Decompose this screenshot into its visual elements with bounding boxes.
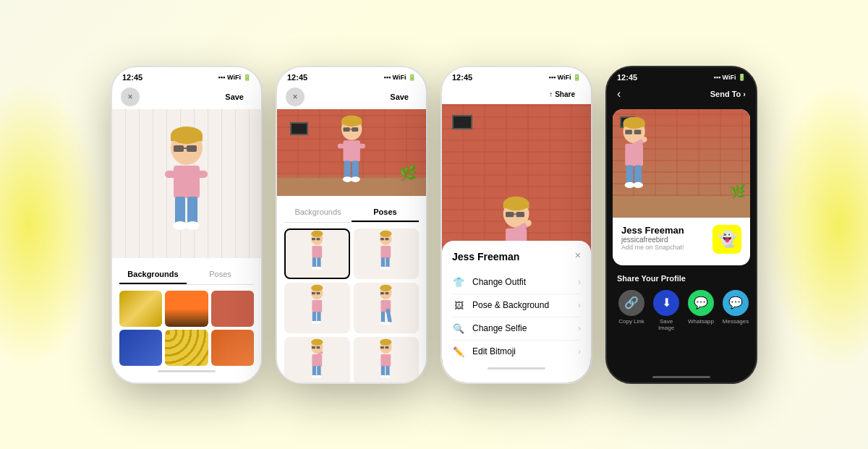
svg-point-54 <box>316 321 321 324</box>
svg-rect-19 <box>343 140 359 161</box>
avatar-area-1 <box>112 109 261 258</box>
tab-poses-2[interactable]: Poses <box>352 203 419 222</box>
home-indicator-1 <box>158 370 216 372</box>
menu-change-outfit[interactable]: 👕 Change Outfit › <box>452 271 581 294</box>
pose-4[interactable] <box>354 283 420 333</box>
phone-2-screen: 12:45 ▪▪▪ WiFi 🔋 × Save 🌿 <box>277 67 426 382</box>
phone-1: 12:45 ▪▪▪ WiFi 🔋 × Save <box>111 66 263 384</box>
profile-info: Jess Freeman jessicafreebird Add me on S… <box>613 218 750 257</box>
share-sheet: × Jess Freeman 👕 Change Outfit › 🖼 Pose … <box>442 241 591 382</box>
back-button[interactable]: ‹ <box>617 87 621 101</box>
thumb-dock[interactable] <box>165 291 208 327</box>
bitmoji-avatar-1 <box>156 126 218 241</box>
svg-rect-80 <box>386 366 390 376</box>
share-save-image[interactable]: ⬇ Save Image <box>652 290 681 331</box>
pose-svg-3 <box>305 284 330 331</box>
svg-rect-20 <box>337 144 346 148</box>
svg-rect-32 <box>317 257 320 268</box>
share-sheet-close[interactable]: × <box>575 249 581 261</box>
thumb-gold[interactable] <box>119 291 162 327</box>
svg-rect-4 <box>187 145 197 152</box>
svg-rect-66 <box>312 346 315 348</box>
tab-backgrounds-2[interactable]: Backgrounds <box>284 203 352 222</box>
tabs-2: Backgrounds Poses <box>284 203 419 223</box>
profile-text: Jess Freeman jessicafreebird Add me on S… <box>621 225 684 251</box>
svg-rect-85 <box>503 204 529 209</box>
save-image-icon: ⬇ <box>653 290 679 316</box>
svg-rect-70 <box>312 366 316 376</box>
share-icons-row: 🔗 Copy Link ⬇ Save Image 💬 Whatsapp 💬 Me… <box>617 290 746 331</box>
pose-5[interactable] <box>284 337 350 382</box>
outfit-icon: 👕 <box>452 277 465 288</box>
share-messages[interactable]: 💬 Messages <box>721 290 750 331</box>
share-sheet-title: Jess Freeman <box>452 251 581 262</box>
pose-svg-5 <box>305 338 330 382</box>
share-profile-title: Share Your Profile <box>617 274 746 283</box>
profile-add-text: Add me on Snapchat! <box>621 244 684 251</box>
svg-rect-77 <box>386 346 389 348</box>
svg-rect-22 <box>344 161 350 179</box>
svg-rect-30 <box>312 246 322 258</box>
backgrounds-grid-1 <box>119 291 254 366</box>
svg-rect-28 <box>312 238 315 240</box>
pose-svg-6 <box>373 338 399 382</box>
send-to-button[interactable]: Send To › <box>710 90 746 98</box>
svg-rect-51 <box>312 312 316 322</box>
svg-rect-60 <box>381 312 385 322</box>
svg-rect-48 <box>316 292 320 294</box>
share-profile-section: Share Your Profile 🔗 Copy Link ⬇ Save Im… <box>607 271 756 337</box>
pose-1[interactable] <box>284 228 350 279</box>
profile-card-image: 🌿 <box>613 109 750 218</box>
svg-rect-3 <box>174 145 184 152</box>
phone-2: 12:45 ▪▪▪ WiFi 🔋 × Save 🌿 <box>276 66 427 384</box>
thumb-leopard[interactable] <box>165 330 208 366</box>
bitmoji-avatar-2 <box>332 114 372 190</box>
menu-edit-bitmoji[interactable]: ✏️ Edit Bitmoji › <box>452 341 581 363</box>
phone-3-screen: 12:45 ▪▪▪ WiFi 🔋 ↑ Share 🪔 🌿 <box>442 67 591 382</box>
svg-rect-86 <box>506 212 514 217</box>
thumb-orange[interactable] <box>211 330 254 366</box>
status-bar-2: 12:45 ▪▪▪ WiFi 🔋 <box>277 67 426 85</box>
svg-point-65 <box>311 339 323 346</box>
svg-rect-57 <box>380 292 384 294</box>
thumb-brick[interactable] <box>211 291 254 327</box>
menu-pose-background[interactable]: 🖼 Pose & Background › <box>452 294 581 317</box>
pose-3[interactable] <box>284 283 350 333</box>
pose-icon: 🖼 <box>452 300 465 311</box>
svg-rect-100 <box>634 129 642 134</box>
thumb-blue[interactable] <box>119 330 162 366</box>
svg-rect-99 <box>625 129 632 134</box>
menu-change-selfie[interactable]: 🔍 Change Selfie › <box>452 317 581 341</box>
svg-rect-7 <box>165 171 178 178</box>
save-image-label: Save Image <box>652 318 681 331</box>
whatsapp-label: Whatsapp <box>688 318 714 325</box>
copy-link-icon: 🔗 <box>618 290 644 316</box>
close-button-2[interactable]: × <box>286 87 305 106</box>
svg-rect-79 <box>381 366 385 376</box>
phone-1-header: × Save <box>112 85 261 109</box>
share-button[interactable]: ↑ Share <box>542 87 582 101</box>
time-4: 12:45 <box>617 73 637 82</box>
svg-point-72 <box>311 375 316 378</box>
svg-point-82 <box>385 375 390 378</box>
pose-2[interactable] <box>354 228 420 279</box>
close-button-1[interactable]: × <box>121 87 140 106</box>
tab-poses-1[interactable]: Poses <box>187 265 254 284</box>
plant-2: 🌿 <box>399 164 417 181</box>
share-copy-link[interactable]: 🔗 Copy Link <box>617 290 646 331</box>
svg-rect-105 <box>634 165 642 184</box>
edit-icon: ✏️ <box>452 346 465 357</box>
save-button-1[interactable]: Save <box>216 90 252 104</box>
share-whatsapp[interactable]: 💬 Whatsapp <box>686 290 715 331</box>
main-scene: 12:45 ▪▪▪ WiFi 🔋 × Save <box>0 0 868 449</box>
time-2: 12:45 <box>287 73 307 82</box>
svg-rect-37 <box>380 238 384 240</box>
svg-point-27 <box>311 231 323 237</box>
tab-backgrounds-1[interactable]: Backgrounds <box>119 265 187 284</box>
pose-svg-2 <box>373 230 399 277</box>
avatar-area-2: 🌿 <box>277 109 426 196</box>
snapcode: 👻 <box>712 225 741 254</box>
svg-point-91 <box>526 220 532 226</box>
save-button-2[interactable]: Save <box>381 90 417 104</box>
pose-6[interactable] <box>354 337 420 382</box>
